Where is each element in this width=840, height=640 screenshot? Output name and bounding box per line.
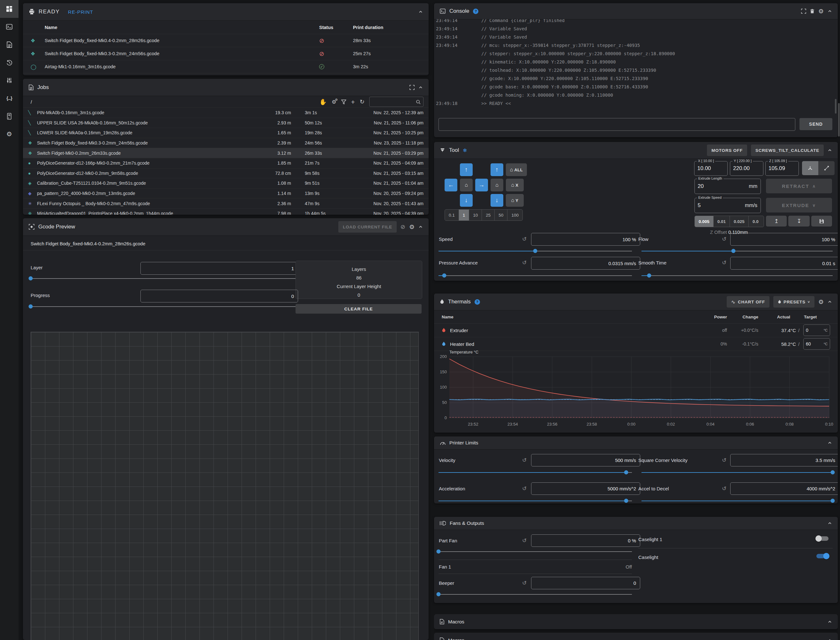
console-scrollbar[interactable]	[835, 99, 837, 114]
add-icon[interactable]: +	[351, 99, 355, 105]
search-input[interactable]	[369, 97, 423, 107]
speed-input[interactable]: 100 %	[531, 233, 640, 246]
heater-target-input[interactable]: 60°C	[803, 338, 830, 350]
acceleration-input[interactable]: 5000 mm/s^2	[531, 482, 640, 495]
z-step-option[interactable]: 0.025	[730, 216, 749, 227]
relative-move-button[interactable]	[818, 161, 835, 175]
z-step-option[interactable]: 0.0	[749, 216, 763, 227]
collapse-icon[interactable]	[827, 619, 832, 624]
z-offset-down-button[interactable]: ↧	[788, 216, 810, 227]
presets-button[interactable]: PRESETS˅	[773, 296, 814, 307]
extrude-length-field[interactable]: Extrude Length 20 mm	[694, 179, 761, 194]
filter-icon[interactable]	[341, 99, 346, 104]
move-step-option[interactable]: 100	[507, 210, 523, 221]
progress-slider[interactable]	[30, 304, 325, 309]
drag-hand-icon[interactable]: ✋	[319, 98, 327, 106]
pressure-advance-slider[interactable]	[439, 274, 632, 278]
move-step-option[interactable]: 0.1	[445, 210, 459, 221]
page-scrollbar[interactable]	[838, 103, 840, 136]
caselight-toggle[interactable]	[816, 553, 829, 559]
jog-y-minus-button[interactable]: ↓	[460, 194, 473, 207]
reset-icon[interactable]: ↺	[522, 237, 527, 242]
gear-icon[interactable]: ⚙	[818, 8, 824, 14]
reset-icon[interactable]: ↺	[522, 580, 527, 586]
reprint-button[interactable]: RE-PRINT	[68, 9, 93, 15]
pressure-advance-input[interactable]: 0.0315 mm/s	[531, 257, 640, 270]
heater-row[interactable]: Heater Bed 0% -0.1°C/s 58.2°C / 60°C	[434, 337, 838, 351]
reset-icon[interactable]: ↺	[522, 260, 527, 266]
file-settings-icon[interactable]: ⚙⚙	[332, 99, 336, 105]
reset-icon[interactable]: ↺	[522, 538, 527, 543]
smooth-time-slider[interactable]	[641, 274, 833, 278]
job-file-row[interactable]: ❖ Switch Fidget-Mk0-0.2mm_26m33s.gcode 3…	[23, 148, 429, 158]
table-row[interactable]: ◯ Airtag-Mk1-0.16mm_3m16s.gcode 3m 22s	[23, 60, 429, 74]
job-file-row[interactable]: ╲ UPPER SLIDE USA 26-MkA0b-0.16mm_50m12s…	[23, 118, 429, 128]
sidebar-item-dashboard[interactable]	[0, 0, 19, 18]
sidebar-item-history[interactable]	[0, 54, 19, 72]
caselight1-toggle[interactable]	[816, 535, 829, 542]
job-file-row[interactable]: ╲ LOWER SLIDE-MkA0a-0.16mm_19m28s.gcode …	[23, 128, 429, 138]
z-offset-up-button[interactable]: ↥	[766, 216, 787, 227]
flow-input[interactable]: 100 %	[730, 233, 838, 246]
move-step-option[interactable]: 10	[469, 210, 482, 221]
table-row[interactable]: ❖ Switch Fidget Body_fixed-Mk0.4-0.2mm_2…	[23, 34, 429, 47]
sidebar-item-configure[interactable]: {...}	[0, 89, 19, 107]
collapse-icon[interactable]	[418, 225, 423, 229]
progress-input[interactable]: 0	[140, 290, 298, 302]
job-file-row[interactable]: ❖ Switch Fidget Body_fixed-Mk0.3-0.2mm_2…	[23, 138, 429, 148]
z-position-field[interactable]: Z [ 105.09 ]105.09	[765, 161, 799, 176]
flow-slider[interactable]	[641, 249, 833, 253]
extrude-button[interactable]: EXTRUDE∨	[766, 198, 832, 213]
z-step-option[interactable]: 0.01	[713, 216, 730, 227]
collapse-icon[interactable]	[418, 10, 423, 14]
fullscreen-icon[interactable]	[801, 9, 806, 14]
screws-tilt-calculate-button[interactable]: SCREWS_TILT_CALCULATE	[751, 144, 824, 156]
acceleration-slider[interactable]	[439, 499, 632, 503]
sidebar-item-system[interactable]	[0, 107, 19, 125]
x-position-field[interactable]: X [ 10.00 ]10.00	[694, 161, 728, 176]
refresh-icon[interactable]: ↻	[360, 99, 364, 105]
reset-icon[interactable]: ↺	[722, 486, 726, 491]
gear-icon[interactable]: ⚙	[818, 299, 824, 305]
chart-toggle-button[interactable]: ∿CHART OFF	[727, 296, 769, 307]
gcode-preview-canvas[interactable]	[30, 332, 419, 640]
help-icon[interactable]: ?	[473, 9, 478, 14]
help-icon[interactable]: ?	[475, 299, 480, 305]
reset-icon[interactable]: ↺	[522, 458, 527, 463]
retract-button[interactable]: RETRACT∧	[766, 179, 832, 194]
move-step-option[interactable]: 25	[482, 210, 495, 221]
console-command-input[interactable]	[439, 118, 795, 131]
collapse-icon[interactable]	[827, 299, 832, 304]
heater-row[interactable]: Extruder off +0.0°C/s 37.4°C / 0°C	[434, 323, 838, 337]
job-file-row[interactable]: ● PolyDiceGenerator-d12-Mk0-0.2mm_9m58s.…	[23, 168, 429, 178]
job-file-row[interactable]: ● PolyDiceGenerator-d12-166p-Mk0-0.2mm_2…	[23, 158, 429, 168]
y-position-field[interactable]: Y [ 220.00 ]220.00	[730, 161, 763, 176]
home-x-button[interactable]: ⌂X	[506, 179, 524, 191]
accel-to-decel-input[interactable]: 4000 mm/s^2	[730, 482, 838, 495]
breadcrumb-path[interactable]: /	[30, 99, 32, 105]
square-corner-velocity-slider[interactable]	[641, 470, 833, 475]
jog-z-minus-button[interactable]: ↓	[491, 194, 503, 207]
home-all-button[interactable]: ⌂ALL	[506, 163, 527, 176]
extrude-speed-field[interactable]: Extrude Speed 5 mm/s	[694, 198, 761, 213]
temperature-chart[interactable]: 05010015020023:5223:5423:5623:580:000:02…	[437, 354, 835, 431]
jobs-file-list[interactable]: ╲ PIN-MkA0b-0.16mm_3m1s.gcode 19.3 cm 3m…	[23, 107, 429, 215]
collapse-icon[interactable]	[827, 521, 832, 525]
job-file-row[interactable]: ❈ MiniArticualtedDragon01_PrintInPlace x…	[23, 208, 429, 215]
table-row[interactable]: ❖ Switch Fidget Body_fixed-Mk0.3-0.2mm_2…	[23, 47, 429, 60]
home-xy-button[interactable]: ⌂	[460, 179, 473, 191]
sidebar-item-jobs[interactable]	[0, 36, 19, 54]
z-step-option[interactable]: 0.005	[695, 216, 713, 227]
collapse-icon[interactable]	[827, 441, 832, 445]
reset-icon[interactable]: ↺	[722, 237, 726, 242]
sidebar-item-settings[interactable]: ⚙	[0, 125, 19, 143]
collapse-icon[interactable]	[827, 9, 832, 13]
load-current-file-button[interactable]: LOAD CURRENT FILE	[338, 221, 397, 233]
collapse-icon[interactable]	[827, 638, 832, 640]
reset-icon[interactable]: ↺	[722, 458, 726, 463]
home-z-button[interactable]: ⌂	[491, 179, 503, 191]
fullscreen-icon[interactable]	[409, 85, 415, 90]
job-file-row[interactable]: ◈ Calibration_Cube-T251121.0104-0.2mm_9m…	[23, 178, 429, 188]
part-fan-input[interactable]: 0 %	[531, 534, 640, 547]
jog-y-plus-button[interactable]: ↑	[460, 163, 473, 176]
